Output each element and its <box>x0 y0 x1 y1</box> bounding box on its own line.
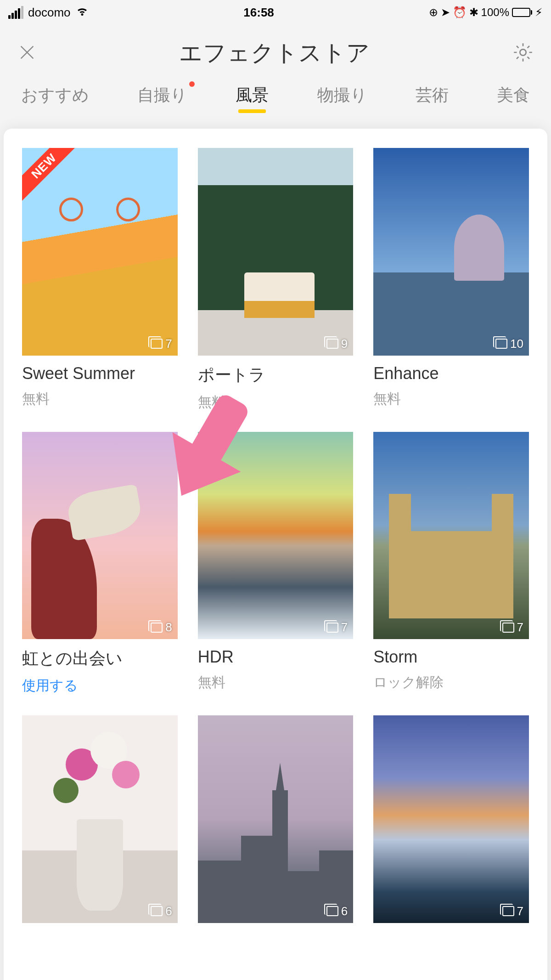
status-left: docomo <box>8 4 89 21</box>
effect-tile[interactable]: 7 <box>373 715 529 923</box>
tab-3[interactable]: 物撮り <box>317 84 367 107</box>
effects-grid-card: NEW7Sweet Summer無料9ポートラ無料10Enhance無料8虹との… <box>4 129 547 980</box>
bluetooth-icon: ✱ <box>469 6 478 19</box>
tab-5[interactable]: 美食 <box>497 84 530 107</box>
effect-price: 無料 <box>198 393 354 412</box>
effect-thumbnail[interactable]: 6 <box>22 715 178 923</box>
effect-title: 虹との出会い <box>22 647 178 670</box>
battery-percent: 100% <box>481 6 509 19</box>
effect-tile[interactable]: 10Enhance無料 <box>373 148 529 412</box>
effect-tile[interactable]: 9ポートラ無料 <box>198 148 354 412</box>
effect-title: ポートラ <box>198 364 354 386</box>
orientation-lock-icon: ⊕ <box>429 6 438 19</box>
category-tabs: おすすめ自撮り風景物撮り芸術美食 <box>0 79 551 120</box>
effect-thumbnail[interactable]: 7 <box>198 432 354 640</box>
stack-icon <box>326 339 338 349</box>
stack-icon <box>326 906 338 916</box>
photo-count: 7 <box>326 620 348 634</box>
stack-icon <box>151 623 163 633</box>
effect-title: Sweet Summer <box>22 364 178 383</box>
effect-thumbnail[interactable]: 7 <box>373 432 529 640</box>
photo-count: 7 <box>502 620 523 634</box>
photo-count: 7 <box>502 904 523 918</box>
header: エフェクトストア <box>0 20 551 79</box>
photo-count: 8 <box>151 620 172 634</box>
photo-count-value: 7 <box>341 620 348 634</box>
charging-icon: ⚡︎ <box>535 6 543 19</box>
stack-icon <box>326 623 338 633</box>
effect-tile[interactable]: 7Stormロック解除 <box>373 432 529 696</box>
photo-count-value: 10 <box>510 337 523 351</box>
tab-2[interactable]: 風景 <box>236 84 269 107</box>
photo-count: 10 <box>495 337 523 351</box>
status-bar: docomo 16:58 ⊕ ➤ ⏰ ✱ 100% ⚡︎ <box>0 0 551 20</box>
stack-icon <box>502 623 514 633</box>
effects-grid: NEW7Sweet Summer無料9ポートラ無料10Enhance無料8虹との… <box>22 148 529 923</box>
page-title: エフェクトストア <box>179 38 370 68</box>
effect-thumbnail[interactable]: 10 <box>373 148 529 356</box>
photo-count-value: 6 <box>165 904 172 918</box>
location-icon: ➤ <box>441 6 450 19</box>
status-right: ⊕ ➤ ⏰ ✱ 100% ⚡︎ <box>429 6 543 19</box>
effect-thumbnail[interactable]: 6 <box>198 715 354 923</box>
settings-button[interactable] <box>512 41 534 66</box>
effect-price: 無料 <box>22 390 178 408</box>
clock: 16:58 <box>243 6 274 20</box>
photo-count-value: 7 <box>517 904 523 918</box>
stack-icon <box>151 339 163 349</box>
effect-title: HDR <box>198 647 354 667</box>
photo-count: 6 <box>151 904 172 918</box>
effect-thumbnail[interactable]: 8 <box>22 432 178 640</box>
photo-count: 6 <box>326 904 348 918</box>
photo-count: 7 <box>151 337 172 351</box>
tab-1[interactable]: 自撮り <box>137 84 187 107</box>
effect-price: ロック解除 <box>373 673 529 692</box>
photo-count-value: 9 <box>341 337 348 351</box>
effect-thumbnail[interactable]: 7 <box>373 715 529 923</box>
stack-icon <box>151 906 163 916</box>
carrier-label: docomo <box>28 6 71 20</box>
tab-0[interactable]: おすすめ <box>21 84 89 107</box>
photo-count-value: 8 <box>165 620 172 634</box>
stack-icon <box>495 339 507 349</box>
close-button[interactable] <box>17 42 38 65</box>
effect-tile[interactable]: 8虹との出会い使用する <box>22 432 178 696</box>
effect-tile[interactable]: NEW7Sweet Summer無料 <box>22 148 178 412</box>
alarm-icon: ⏰ <box>453 6 467 19</box>
svg-point-0 <box>520 49 526 55</box>
effect-tile[interactable]: 7HDR無料 <box>198 432 354 696</box>
photo-count: 9 <box>326 337 348 351</box>
effect-tile[interactable]: 6 <box>22 715 178 923</box>
tab-4[interactable]: 芸術 <box>416 84 449 107</box>
notification-dot <box>189 81 195 87</box>
signal-icon <box>8 6 23 19</box>
stack-icon <box>502 906 514 916</box>
new-badge: NEW <box>22 148 80 202</box>
effect-price: 無料 <box>373 390 529 408</box>
photo-count-value: 7 <box>165 337 172 351</box>
photo-count-value: 7 <box>517 620 523 634</box>
effect-thumbnail[interactable]: 9 <box>198 148 354 356</box>
photo-count-value: 6 <box>341 904 348 918</box>
effect-price: 無料 <box>198 673 354 692</box>
wifi-icon <box>75 4 89 21</box>
effect-title: Enhance <box>373 364 529 383</box>
effect-tile[interactable]: 6 <box>198 715 354 923</box>
battery-icon <box>512 8 532 17</box>
effect-thumbnail[interactable]: NEW7 <box>22 148 178 356</box>
use-button[interactable]: 使用する <box>22 676 178 695</box>
effect-title: Storm <box>373 647 529 667</box>
